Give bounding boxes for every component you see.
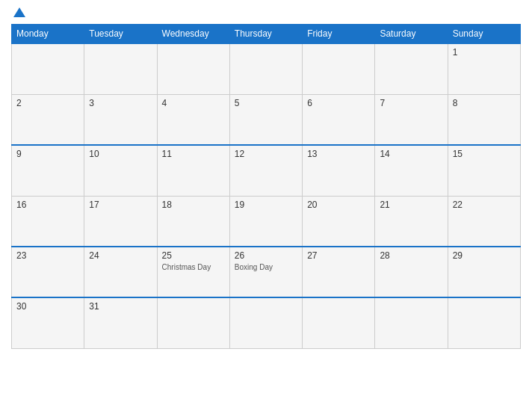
day-number: 27 [307,250,370,261]
day-number: 23 [16,250,79,261]
col-monday: Monday [12,25,84,44]
calendar-week-row: 1 [12,43,521,94]
calendar-cell [229,297,302,348]
day-number: 24 [89,250,152,261]
day-number: 20 [307,200,370,210]
calendar-week-row: 3031 [12,297,521,348]
calendar-event: Christmas Day [162,262,225,272]
calendar-cell: 19 [229,196,302,247]
logo-blue-text [11,7,25,18]
day-number: 22 [453,200,516,210]
day-number: 9 [16,149,79,159]
calendar-week-row: 16171819202122 [12,196,521,247]
col-sunday: Sunday [448,25,520,44]
calendar-cell: 17 [84,196,157,247]
calendar-cell: 27 [303,247,375,297]
calendar-cell: 22 [448,196,520,247]
logo [11,7,25,18]
calendar-table: Monday Tuesday Wednesday Thursday Friday… [11,24,521,349]
day-number: 18 [162,200,225,210]
day-number: 11 [162,149,225,159]
day-number: 13 [307,149,370,159]
calendar-cell [375,43,448,94]
day-number: 29 [453,250,516,261]
day-number: 6 [307,98,370,108]
calendar-cell [448,297,520,348]
calendar-cell: 10 [84,145,157,196]
day-number: 1 [453,47,516,58]
day-number: 5 [235,98,297,108]
day-number: 10 [89,149,152,159]
day-number: 8 [453,98,516,108]
calendar-cell [229,43,302,94]
day-number: 17 [89,200,152,210]
day-number: 25 [162,250,225,261]
day-number: 4 [162,98,225,108]
calendar-cell: 29 [448,247,520,297]
col-saturday: Saturday [375,25,448,44]
day-number: 3 [89,98,152,108]
calendar-cell: 8 [448,94,520,145]
calendar-cell: 12 [229,145,302,196]
calendar-cell [303,43,375,94]
col-tuesday: Tuesday [84,25,157,44]
calendar-cell: 25Christmas Day [157,247,229,297]
calendar-cell: 4 [157,94,229,145]
col-wednesday: Wednesday [157,25,229,44]
day-number: 26 [235,250,297,261]
calendar-page: Monday Tuesday Wednesday Thursday Friday… [0,0,532,411]
calendar-cell: 3 [84,94,157,145]
calendar-cell: 20 [303,196,375,247]
calendar-cell [303,297,375,348]
day-number: 21 [380,200,442,210]
calendar-cell: 13 [303,145,375,196]
calendar-week-row: 2345678 [12,94,521,145]
day-number: 30 [16,301,79,312]
calendar-cell: 5 [229,94,302,145]
calendar-cell: 16 [12,196,84,247]
calendar-cell [157,297,229,348]
calendar-week-row: 232425Christmas Day26Boxing Day272829 [12,247,521,297]
calendar-cell: 18 [157,196,229,247]
calendar-cell: 30 [12,297,84,348]
calendar-cell [375,297,448,348]
calendar-cell: 9 [12,145,84,196]
calendar-cell: 23 [12,247,84,297]
calendar-cell: 31 [84,297,157,348]
calendar-cell: 26Boxing Day [229,247,302,297]
day-number: 31 [89,301,152,312]
calendar-cell: 21 [375,196,448,247]
calendar-cell: 15 [448,145,520,196]
calendar-cell: 7 [375,94,448,145]
calendar-cell: 1 [448,43,520,94]
day-number: 28 [380,250,442,261]
calendar-cell [12,43,84,94]
weekday-header-row: Monday Tuesday Wednesday Thursday Friday… [12,25,521,44]
calendar-cell: 14 [375,145,448,196]
calendar-cell [157,43,229,94]
calendar-cell: 28 [375,247,448,297]
day-number: 16 [16,200,79,210]
calendar-header [11,7,521,18]
day-number: 12 [235,149,297,159]
col-thursday: Thursday [229,25,302,44]
calendar-cell: 6 [303,94,375,145]
calendar-event: Boxing Day [235,262,297,272]
day-number: 14 [380,149,442,159]
logo-triangle-icon [13,7,25,17]
calendar-cell: 2 [12,94,84,145]
calendar-cell [84,43,157,94]
day-number: 7 [380,98,442,108]
day-number: 19 [235,200,297,210]
day-number: 15 [453,149,516,159]
calendar-cell: 11 [157,145,229,196]
calendar-cell: 24 [84,247,157,297]
calendar-week-row: 9101112131415 [12,145,521,196]
day-number: 2 [16,98,79,108]
col-friday: Friday [303,25,375,44]
